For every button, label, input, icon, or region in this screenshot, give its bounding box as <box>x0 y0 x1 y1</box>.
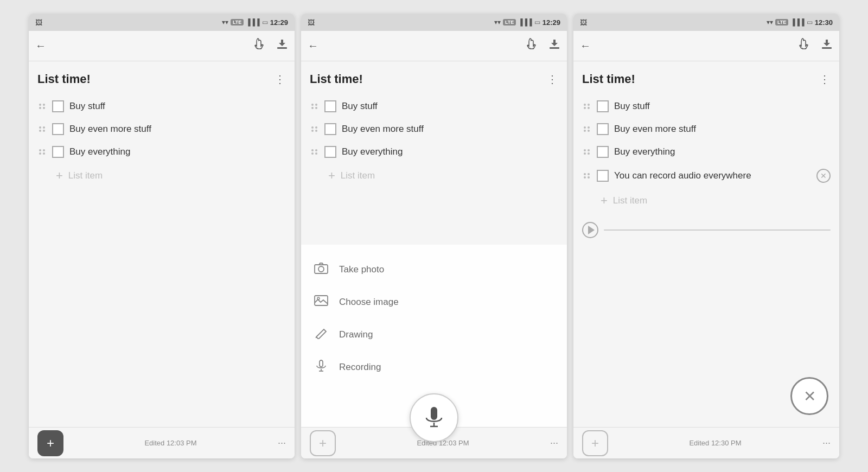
add-item-icon-1[interactable]: + <box>56 169 63 183</box>
edited-text-1: Edited 12:03 PM <box>144 439 196 447</box>
more-menu-2[interactable]: ⋮ <box>547 73 558 86</box>
drag-dot <box>39 107 41 109</box>
more-menu-3[interactable]: ⋮ <box>819 73 831 86</box>
drag-handle[interactable] <box>582 148 591 156</box>
bottom-more-icon-3[interactable]: ··· <box>822 437 831 449</box>
drawing-icon <box>314 327 328 342</box>
add-note-button-2[interactable]: + <box>310 430 336 456</box>
recording-item-text: You can record audio everywhere <box>614 170 811 181</box>
download-icon-3[interactable] <box>821 39 833 53</box>
checkbox-3[interactable] <box>52 146 64 158</box>
drag-dot <box>43 130 45 132</box>
status-bar-right-3: ▾▾ LTE ▐▐▐ ▭ 12:30 <box>767 18 833 27</box>
drag-dot <box>39 126 41 129</box>
drag-handle[interactable] <box>310 103 319 110</box>
time-display-2: 12:29 <box>542 18 560 27</box>
mic-fab-button[interactable] <box>410 393 458 442</box>
drag-dot <box>43 149 45 151</box>
drag-dot <box>584 149 586 151</box>
drag-dot <box>584 104 586 106</box>
checkbox-p3-4[interactable] <box>597 170 609 182</box>
take-photo-option[interactable]: Take photo <box>301 253 567 286</box>
list-item-recording: You can record audio everywhere ✕ <box>582 163 831 188</box>
drag-dot <box>315 130 317 132</box>
download-icon-1[interactable] <box>276 39 288 53</box>
back-button-3[interactable]: ← <box>580 40 591 52</box>
take-photo-label: Take photo <box>339 264 384 275</box>
top-bar-1: ← <box>29 31 295 61</box>
drag-dot <box>311 104 314 106</box>
drag-handle[interactable] <box>310 148 319 156</box>
item-text: Buy even more stuff <box>69 124 286 135</box>
more-menu-1[interactable]: ⋮ <box>275 73 286 86</box>
drag-handle[interactable] <box>582 125 591 133</box>
drag-dot <box>315 152 317 155</box>
drag-handle[interactable] <box>37 148 47 156</box>
plus-icon-3: + <box>591 436 599 451</box>
checkbox-p2-1[interactable] <box>324 100 336 112</box>
list-title-2: List time! <box>310 72 363 86</box>
add-item-icon-3[interactable]: + <box>601 194 608 208</box>
bottom-more-icon-1[interactable]: ··· <box>278 437 286 449</box>
checkbox-1[interactable] <box>52 100 64 112</box>
time-display-3: 12:30 <box>815 18 833 27</box>
drag-dot <box>39 149 41 151</box>
drag-dot <box>311 130 314 132</box>
drag-handle[interactable] <box>582 103 591 110</box>
checkbox-p3-3[interactable] <box>597 146 609 158</box>
drag-handle[interactable] <box>37 103 47 110</box>
checkbox-p3-2[interactable] <box>597 123 609 135</box>
play-button[interactable] <box>582 222 598 238</box>
back-button-2[interactable]: ← <box>308 40 318 52</box>
add-item-placeholder-3: List item <box>613 195 831 206</box>
back-button-1[interactable]: ← <box>35 40 46 52</box>
cancel-item-button[interactable]: ✕ <box>816 169 831 183</box>
drag-dot <box>311 152 314 155</box>
drawing-option[interactable]: Drawing <box>301 318 567 351</box>
checkbox-p2-3[interactable] <box>324 146 336 158</box>
drag-dot <box>588 104 590 106</box>
audio-progress-slider[interactable] <box>604 229 831 231</box>
add-note-button-1[interactable]: + <box>37 430 63 456</box>
touch-icon-2[interactable] <box>526 37 538 54</box>
drag-dot <box>43 126 45 129</box>
status-bar-1: 🖼 ▾▾ LTE ▐▐▐ ▭ 12:29 <box>29 14 295 31</box>
recording-option[interactable]: Recording <box>301 351 567 384</box>
add-item-icon-2[interactable]: + <box>328 169 335 183</box>
drag-handle[interactable] <box>310 125 319 133</box>
drag-dot <box>588 130 590 132</box>
svg-point-9 <box>317 297 320 299</box>
top-bar-2: ← <box>301 31 567 61</box>
top-bar-icons-3 <box>798 37 833 54</box>
checkbox-p2-2[interactable] <box>324 123 336 135</box>
drag-dot <box>315 104 317 106</box>
touch-icon-3[interactable] <box>798 37 810 54</box>
item-text: Buy stuff <box>342 101 558 112</box>
svg-rect-18 <box>826 40 828 44</box>
drag-dot <box>311 107 314 109</box>
add-item-row-1: + List item <box>37 163 286 188</box>
list-item: Buy stuff <box>310 95 558 118</box>
drag-handle[interactable] <box>582 172 591 180</box>
network-badge-sb2: LTE <box>503 19 516 25</box>
add-item-row-3: + List item <box>582 188 831 213</box>
drag-handle[interactable] <box>37 125 47 133</box>
download-icon-2[interactable] <box>548 39 560 53</box>
title-row-1: List time! ⋮ <box>37 72 286 86</box>
top-bar-3: ← <box>573 31 839 61</box>
battery-icon-sb: ▭ <box>262 18 268 26</box>
cancel-recording-button[interactable]: ✕ <box>790 377 828 415</box>
checkbox-2[interactable] <box>52 123 64 135</box>
checkbox-p3-1[interactable] <box>597 100 609 112</box>
list-item: Buy everything <box>310 141 558 163</box>
drag-dot <box>588 152 590 155</box>
touch-icon-1[interactable] <box>253 37 265 54</box>
item-text: Buy everything <box>614 146 831 157</box>
choose-image-option[interactable]: Choose image <box>301 286 567 318</box>
add-note-button-3[interactable]: + <box>582 430 608 456</box>
bottom-more-icon-2[interactable]: ··· <box>550 437 558 449</box>
play-triangle-icon <box>588 226 595 234</box>
drag-dot <box>584 126 586 129</box>
signal-icon-sb3: ▐▐▐ <box>790 18 805 26</box>
item-text: Buy even more stuff <box>614 124 831 135</box>
